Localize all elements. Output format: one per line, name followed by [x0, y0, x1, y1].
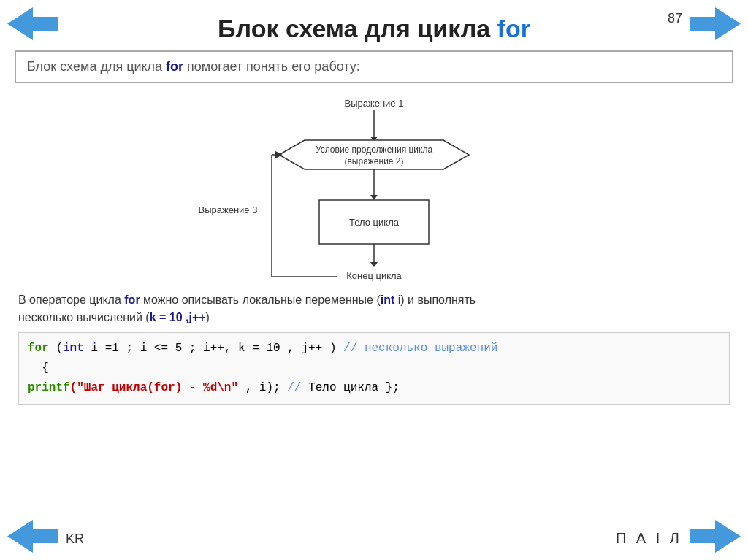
svg-marker-0	[7, 7, 58, 40]
svg-marker-1	[690, 7, 741, 40]
svg-marker-20	[690, 520, 741, 553]
nav-arrow-bottom-right[interactable]	[690, 520, 741, 553]
page-number: 87	[668, 11, 682, 26]
flowchart-svg: Выражение 1 Условие продолжения цикла (в…	[184, 91, 564, 288]
diagram-area: Выражение 1 Условие продолжения цикла (в…	[0, 91, 748, 288]
nav-arrow-bottom-left[interactable]	[7, 520, 58, 553]
svg-text:Тело цикла: Тело цикла	[349, 217, 400, 228]
footer-left-text: KR	[66, 532, 84, 547]
svg-marker-17	[275, 151, 283, 158]
svg-text:Конец цикла: Конец цикла	[346, 270, 402, 281]
svg-text:Условие продолжения цикла: Условие продолжения цикла	[316, 145, 433, 155]
svg-marker-8	[370, 195, 378, 200]
code-line-3: printf("Шаг цикла(for) - %d\n" , i); // …	[28, 378, 720, 398]
footer-right-text: П А І Л	[616, 530, 682, 547]
svg-marker-19	[7, 520, 58, 553]
svg-marker-12	[370, 262, 378, 267]
bottom-description: В операторе цикла for можно описывать ло…	[18, 291, 730, 326]
svg-text:Выражение 3: Выражение 3	[199, 204, 258, 215]
nav-arrow-top-right[interactable]	[690, 7, 741, 40]
code-line-2: {	[28, 358, 720, 378]
svg-text:(выражение 2): (выражение 2)	[344, 156, 403, 166]
code-block: for (int i =1 ; i <= 5 ; i++, k = 10 , j…	[18, 332, 730, 405]
info-box: Блок схема для цикла for помогает понять…	[15, 50, 733, 83]
expr1-label: Выражение 1	[345, 98, 404, 109]
nav-arrow-top-left[interactable]	[7, 7, 58, 40]
code-line-1: for (int i =1 ; i <= 5 ; i++, k = 10 , j…	[28, 339, 720, 358]
page-title: Блок схема для цикла for	[0, 7, 748, 43]
